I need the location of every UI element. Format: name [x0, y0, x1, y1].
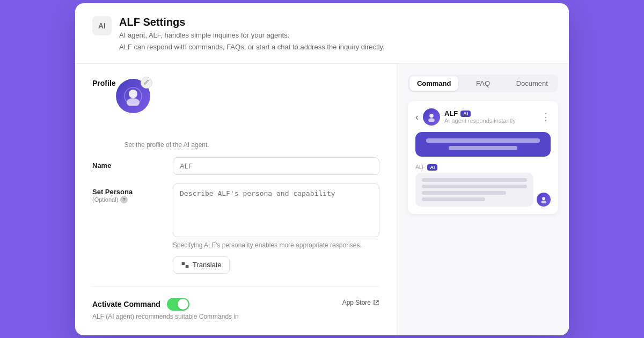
- alf-bubble-wrap: ALF AI: [415, 164, 533, 207]
- name-group: Name: [92, 157, 379, 175]
- activate-toggle[interactable]: [167, 298, 189, 311]
- chat-subtitle: AI agent responds instantly: [444, 117, 516, 124]
- translate-icon: [181, 261, 189, 269]
- profile-label: Profile: [92, 79, 116, 87]
- header-desc1: AI agent, ALF, handles simple inquiries …: [119, 30, 385, 41]
- svg-point-6: [428, 118, 435, 122]
- name-input[interactable]: [173, 157, 379, 175]
- chat-more-button[interactable]: ⋮: [541, 111, 551, 123]
- alf-response-label: ALF AI: [415, 164, 533, 171]
- persona-hint: Specifying ALF's personality enables mor…: [173, 241, 379, 249]
- left-panel: Profile: [75, 64, 397, 335]
- translate-button[interactable]: Translate: [173, 256, 230, 274]
- help-icon: ?: [120, 196, 128, 203]
- persona-group: Set Persona (Optional) ?: [92, 183, 379, 237]
- activate-hint: ALF (AI agent) recommends suitable Comma…: [92, 313, 342, 320]
- page-title: ALF Settings: [119, 16, 385, 28]
- svg-point-7: [542, 197, 545, 200]
- alf-line-4: [422, 197, 485, 201]
- card-header: AI ALF Settings AI agent, ALF, handles s…: [75, 3, 569, 64]
- svg-point-8: [541, 200, 546, 203]
- alf-bubble: [415, 173, 533, 207]
- alf-small-icon: [540, 196, 547, 203]
- alf-header-icon: AI: [92, 16, 112, 35]
- profile-avatar-wrap: [116, 79, 150, 113]
- toggle-thumb: [178, 299, 188, 310]
- alf-avatar-icon: [123, 86, 143, 106]
- alf-response-section: ALF AI: [415, 164, 551, 207]
- header-text: ALF Settings AI agent, ALF, handles simp…: [119, 16, 385, 53]
- right-panel: Command FAQ Document ‹: [397, 64, 569, 335]
- activate-section: Activate Command ALF (AI agent) recommen…: [92, 286, 379, 320]
- persona-textarea[interactable]: [173, 183, 379, 237]
- app-store-link[interactable]: App Store: [342, 299, 379, 306]
- tab-command[interactable]: Command: [409, 76, 458, 91]
- activate-left: Activate Command ALF (AI agent) recommen…: [92, 298, 342, 320]
- name-label: Name: [92, 157, 173, 170]
- alf-small-avatar: [537, 193, 551, 207]
- chat-preview: ‹ ALF AI AI agent res: [408, 101, 558, 214]
- persona-label: Set Persona (Optional) ?: [92, 183, 173, 203]
- ai-badge: AI: [460, 111, 471, 117]
- alf-ai-badge: AI: [427, 164, 437, 171]
- chat-preview-header: ‹ ALF AI AI agent res: [415, 108, 551, 126]
- chat-back-button[interactable]: ‹: [415, 112, 419, 122]
- activate-label: Activate Command: [92, 298, 342, 311]
- tabs-row: Command FAQ Document: [408, 75, 558, 92]
- tab-document[interactable]: Document: [508, 76, 557, 91]
- svg-rect-3: [182, 262, 185, 265]
- chat-alf-icon: [427, 112, 436, 122]
- bubble-line-1: [426, 138, 540, 143]
- svg-rect-4: [186, 265, 189, 268]
- external-link-icon: [373, 299, 379, 306]
- chat-header-left: ‹ ALF AI AI agent res: [415, 108, 516, 126]
- edit-avatar-button[interactable]: [141, 77, 152, 89]
- svg-point-0: [129, 90, 137, 98]
- chat-name-wrap: ALF AI AI agent responds instantly: [444, 109, 516, 124]
- profile-group: Profile: [92, 79, 379, 149]
- profile-hint: Set the profile of the AI agent.: [125, 141, 209, 149]
- chat-avatar: [423, 108, 440, 126]
- edit-icon: [143, 79, 149, 85]
- chat-name: ALF AI: [444, 109, 516, 117]
- alf-line-3: [422, 191, 506, 195]
- alf-line-2: [422, 185, 527, 188]
- command-bubble: [415, 132, 551, 157]
- svg-point-5: [429, 114, 434, 118]
- bubble-line-2: [449, 146, 517, 150]
- header-desc2: ALF can respond with commands, FAQs, or …: [119, 42, 385, 53]
- tab-faq[interactable]: FAQ: [458, 76, 507, 91]
- settings-card: AI ALF Settings AI agent, ALF, handles s…: [75, 3, 569, 335]
- alf-line-1: [422, 178, 527, 182]
- card-body: Profile: [75, 64, 569, 335]
